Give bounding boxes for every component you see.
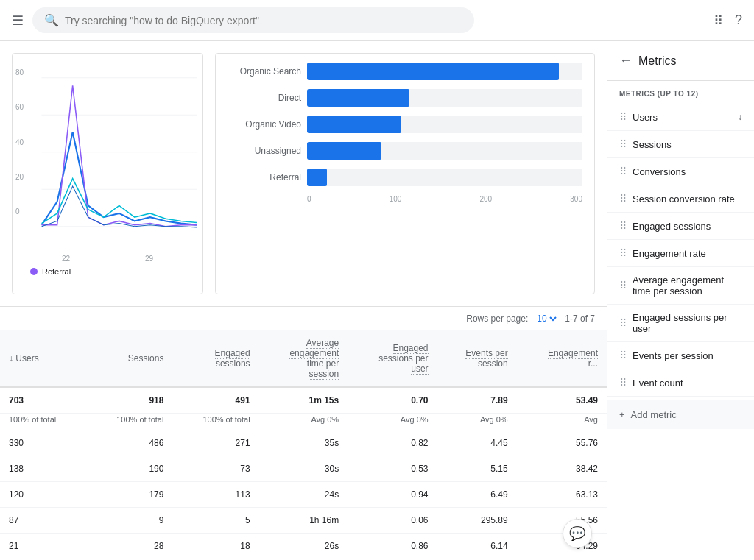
- bar-row: Organic Search: [228, 63, 582, 80]
- total-engaged: 491: [172, 387, 258, 414]
- header-icons: ⠿ ?: [714, 13, 742, 29]
- hamburger-icon[interactable]: ☰: [12, 13, 24, 29]
- drag-icon: ⠿: [619, 317, 627, 329]
- help-icon[interactable]: ?: [735, 13, 742, 28]
- col-header-engagement-rate[interactable]: Engagementr...: [517, 330, 607, 387]
- metric-item-engaged_sessions_per_user[interactable]: ⠿ Engaged sessions per user: [607, 305, 754, 342]
- bar-fill: [307, 89, 409, 107]
- bar-container: [307, 169, 582, 186]
- add-metric-button[interactable]: + Add metric: [607, 400, 754, 429]
- col-header-engaged-sessions[interactable]: Engagedsessions: [172, 330, 258, 387]
- search-bar: 🔍: [32, 7, 474, 33]
- bar-row: Direct: [228, 89, 582, 107]
- bar-container: [307, 63, 582, 80]
- total-eng-rate: 53.49: [517, 387, 607, 414]
- search-input[interactable]: [65, 15, 462, 26]
- charts-area: 80 60 40 20 0: [0, 41, 607, 306]
- metrics-section-label: METRICS (UP TO 12): [607, 81, 754, 104]
- bar-label: Unassigned: [228, 146, 301, 156]
- col-header-users[interactable]: ↓ Users: [0, 330, 86, 387]
- grid-icon[interactable]: ⠿: [714, 13, 723, 29]
- metric-item-session_conversion_rate[interactable]: ⠿ Session conversion rate: [607, 185, 754, 213]
- table-row: 21 28 18 26s 0.86 6.14 64.29: [0, 534, 607, 559]
- pagination-range: 1-7 of 7: [565, 313, 595, 324]
- table-total-row: 703 918 491 1m 15s 0.70 7.89 53.49: [0, 387, 607, 414]
- metric-label: Event count: [633, 378, 742, 389]
- metric-item-events_per_session[interactable]: ⠿ Events per session: [607, 342, 754, 369]
- legend-dot-referral: [30, 268, 38, 275]
- total-eng-per-user: 0.70: [348, 387, 437, 414]
- metric-item-engaged_sessions[interactable]: ⠿ Engaged sessions: [607, 213, 754, 240]
- line-chart: 80 60 40 20 0: [12, 53, 203, 294]
- sort-icon: ↓: [738, 112, 742, 122]
- bar-row: Organic Video: [228, 116, 582, 133]
- total-sessions: 918: [86, 387, 172, 414]
- col-header-events-per-session[interactable]: Events persession: [437, 330, 517, 387]
- data-table-wrapper: ↓ Users Sessions Engagedsessions Average…: [0, 330, 607, 560]
- bar-chart: Organic Search Direct Organic Video Unas…: [215, 53, 595, 294]
- y-axis-labels: 80 60 40 20 0: [15, 68, 24, 216]
- legend-label: Referral: [42, 267, 71, 276]
- rows-per-page-select[interactable]: 10 25 50: [534, 313, 559, 325]
- drag-icon: ⠿: [619, 350, 627, 361]
- metric-label: Average engagement time per session: [633, 274, 742, 297]
- line-chart-svg: [18, 60, 197, 251]
- table-row: 87 9 5 1h 16m 0.06 295.89 55.56: [0, 508, 607, 534]
- drag-icon: ⠿: [619, 193, 627, 205]
- table-header-row: ↓ Users Sessions Engagedsessions Average…: [0, 330, 607, 387]
- metric-item-engagement_rate[interactable]: ⠿ Engagement rate: [607, 240, 754, 267]
- right-panel: ← Metrics METRICS (UP TO 12) ⠿ Users ↓ ⠿…: [607, 41, 754, 560]
- bar-label: Organic Search: [228, 66, 301, 77]
- panel-header: ← Metrics: [607, 41, 754, 81]
- bar-fill: [307, 116, 401, 133]
- metric-item-sessions[interactable]: ⠿ Sessions: [607, 131, 754, 158]
- add-metric-icon: +: [619, 409, 625, 420]
- drag-icon: ⠿: [619, 220, 627, 232]
- add-metric-label: Add metric: [631, 409, 677, 420]
- bar-label: Organic Video: [228, 119, 301, 130]
- drag-icon: ⠿: [619, 280, 627, 291]
- col-header-sessions[interactable]: Sessions: [86, 330, 172, 387]
- bar-label: Direct: [228, 93, 301, 103]
- table-controls: Rows per page: 10 25 50 1-7 of 7: [0, 306, 607, 330]
- chat-button[interactable]: 💬: [563, 519, 592, 548]
- total-events-per-session: 7.89: [437, 387, 517, 414]
- panel-title: Metrics: [638, 54, 677, 68]
- bar-axis: 0 100 200 300: [228, 195, 582, 203]
- metric-item-avg_engagement_time[interactable]: ⠿ Average engagement time per session: [607, 267, 754, 305]
- data-table: ↓ Users Sessions Engagedsessions Average…: [0, 330, 607, 560]
- col-header-engaged-per-user[interactable]: Engagedsessions peruser: [348, 330, 437, 387]
- bar-fill: [307, 142, 381, 160]
- bar-label: Referral: [228, 172, 301, 182]
- metric-item-conversions[interactable]: ⠿ Conversions: [607, 158, 754, 185]
- metric-label: Engaged sessions per user: [633, 312, 742, 334]
- metric-label: Engagement rate: [633, 248, 742, 259]
- content-area: 80 60 40 20 0: [0, 41, 607, 560]
- bar-fill: [307, 63, 559, 80]
- table-subtotal-row: 100% of total 100% of total 100% of tota…: [0, 414, 607, 430]
- metric-label: Events per session: [633, 350, 742, 361]
- bar-chart-rows: Organic Search Direct Organic Video Unas…: [228, 63, 582, 186]
- table-row: 330 486 271 35s 0.82 4.45 55.76: [0, 430, 607, 456]
- metric-label: Conversions: [633, 166, 742, 177]
- back-arrow-icon[interactable]: ←: [619, 53, 633, 68]
- bar-container: [307, 116, 582, 133]
- rows-per-page-label: Rows per page:: [466, 313, 528, 324]
- metrics-list: ⠿ Users ↓ ⠿ Sessions ⠿ Conversions ⠿ Ses…: [607, 104, 754, 397]
- bar-container: [307, 89, 582, 107]
- bar-container: [307, 142, 582, 160]
- search-icon: 🔍: [44, 13, 59, 27]
- main-layout: 80 60 40 20 0: [0, 41, 754, 560]
- bar-row: Unassigned: [228, 142, 582, 160]
- drag-icon: ⠿: [619, 138, 627, 150]
- drag-icon: ⠿: [619, 247, 627, 259]
- header: ☰ 🔍 ⠿ ?: [0, 0, 754, 41]
- metric-item-users[interactable]: ⠿ Users ↓: [607, 104, 754, 131]
- drag-icon: ⠿: [619, 377, 627, 389]
- total-avg-eng: 1m 15s: [259, 387, 348, 414]
- metric-item-event_count[interactable]: ⠿ Event count: [607, 369, 754, 397]
- col-header-avg-engagement[interactable]: Averageengagementtime persession: [259, 330, 348, 387]
- drag-icon: ⠿: [619, 166, 627, 177]
- metric-label: Session conversion rate: [633, 194, 742, 205]
- table-row: 138 190 73 30s 0.53 5.15 38.42: [0, 456, 607, 482]
